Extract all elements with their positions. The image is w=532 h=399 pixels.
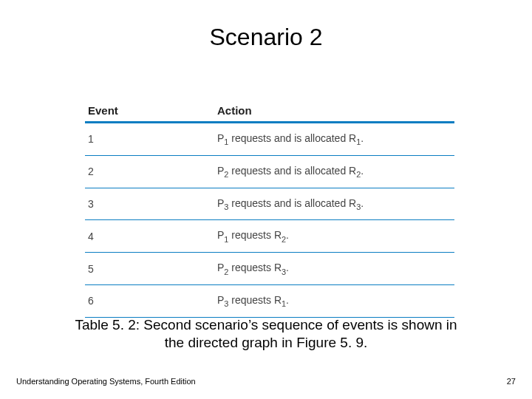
table-row: 2P2 requests and is allocated R2. — [85, 155, 454, 188]
cell-action: P3 requests R1. — [214, 284, 454, 317]
footer-book-title: Understanding Operating Systems, Fourth … — [16, 377, 196, 386]
cell-action: P2 requests R3. — [214, 253, 454, 285]
table-row: 1P1 requests and is allocated R1. — [85, 123, 454, 156]
table-body: 1P1 requests and is allocated R1.2P2 req… — [85, 123, 454, 318]
slide: Scenario 2 Event Action 1P1 requests and… — [0, 0, 532, 399]
col-action: Action — [214, 100, 454, 123]
slide-title: Scenario 2 — [0, 24, 532, 51]
cell-action: P2 requests and is allocated R2. — [214, 155, 454, 188]
cell-event: 2 — [85, 155, 214, 188]
cell-action: P1 requests and is allocated R1. — [214, 123, 454, 156]
table-row: 3P3 requests and is allocated R3. — [85, 188, 454, 220]
cell-event: 3 — [85, 188, 214, 220]
cell-action: P3 requests and is allocated R3. — [214, 188, 454, 220]
cell-event: 1 — [85, 123, 214, 156]
events-table: Event Action 1P1 requests and is allocat… — [85, 100, 454, 318]
cell-event: 4 — [85, 220, 214, 253]
page-number: 27 — [507, 377, 516, 386]
table-header-row: Event Action — [85, 100, 454, 123]
table-row: 4P1 requests R2. — [85, 220, 454, 253]
table-row: 6P3 requests R1. — [85, 284, 454, 317]
cell-event: 5 — [85, 253, 214, 285]
col-event: Event — [85, 100, 214, 123]
cell-event: 6 — [85, 284, 214, 317]
table-caption: Table 5. 2: Second scenario’s sequence o… — [74, 316, 458, 352]
cell-action: P1 requests R2. — [214, 220, 454, 253]
table-row: 5P2 requests R3. — [85, 253, 454, 285]
